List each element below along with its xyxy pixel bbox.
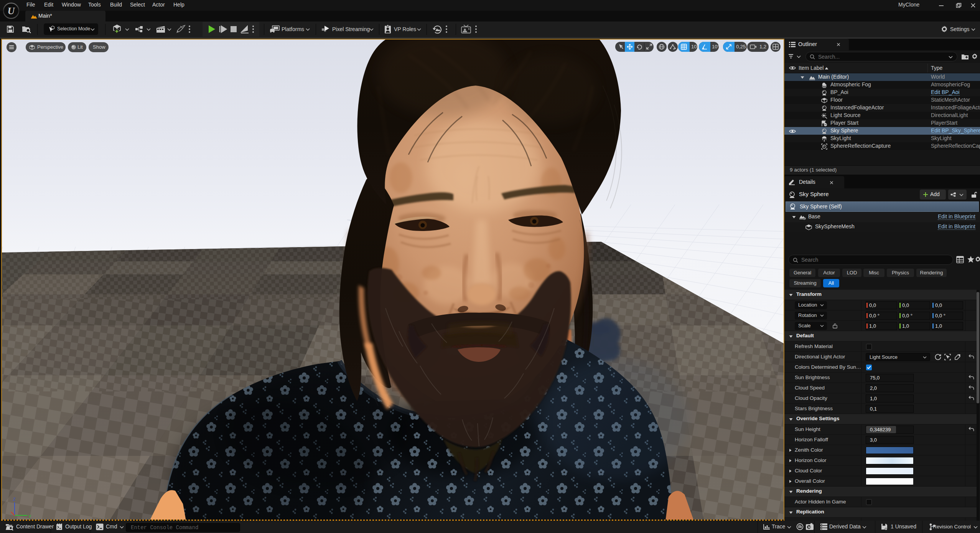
- svg-text:Y: Y: [28, 514, 31, 519]
- svg-text:U: U: [8, 5, 15, 17]
- svg-text:Z: Z: [13, 497, 16, 502]
